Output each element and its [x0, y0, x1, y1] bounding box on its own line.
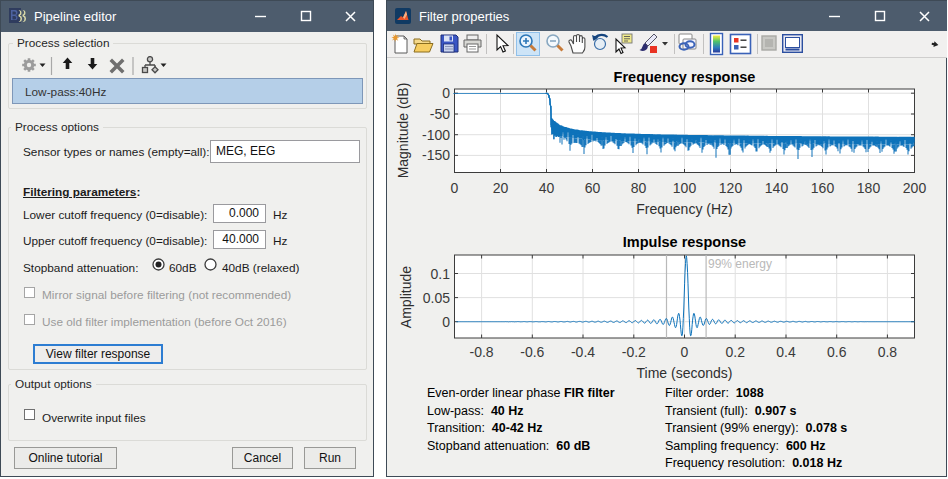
svg-text:40: 40: [539, 180, 555, 196]
svg-text:0: 0: [442, 314, 450, 330]
svg-text:180: 180: [857, 180, 881, 196]
svg-text:20: 20: [493, 180, 509, 196]
svg-text:0.05: 0.05: [423, 290, 450, 306]
svg-text:Frequency (Hz): Frequency (Hz): [636, 201, 732, 217]
svg-text:-150: -150: [422, 147, 450, 163]
svg-text:-100: -100: [422, 127, 450, 143]
svg-text:-0.2: -0.2: [622, 344, 646, 360]
svg-text:Amplitude: Amplitude: [398, 266, 414, 328]
svg-text:0: 0: [681, 344, 689, 360]
svg-text:0.1: 0.1: [431, 266, 451, 282]
svg-text:0.8: 0.8: [878, 344, 898, 360]
svg-text:0.2: 0.2: [725, 344, 745, 360]
svg-text:Magnitude (dB): Magnitude (dB): [395, 83, 411, 179]
svg-text:-0.8: -0.8: [470, 344, 494, 360]
svg-text:120: 120: [719, 180, 743, 196]
svg-text:80: 80: [631, 180, 647, 196]
svg-text:0: 0: [442, 85, 450, 101]
svg-text:Time (seconds): Time (seconds): [637, 365, 733, 381]
svg-text:0.4: 0.4: [776, 344, 796, 360]
svg-text:0: 0: [451, 180, 459, 196]
svg-text:99% energy: 99% energy: [708, 257, 772, 271]
svg-text:60: 60: [585, 180, 601, 196]
svg-text:-0.4: -0.4: [571, 344, 595, 360]
svg-text:Impulse response: Impulse response: [623, 234, 746, 250]
svg-text:140: 140: [765, 180, 789, 196]
svg-text:-50: -50: [430, 106, 450, 122]
svg-text:200: 200: [903, 180, 927, 196]
svg-text:100: 100: [673, 180, 697, 196]
svg-text:160: 160: [811, 180, 835, 196]
svg-text:0.6: 0.6: [827, 344, 847, 360]
svg-text:-0.6: -0.6: [520, 344, 544, 360]
svg-text:Frequency response: Frequency response: [614, 69, 756, 85]
